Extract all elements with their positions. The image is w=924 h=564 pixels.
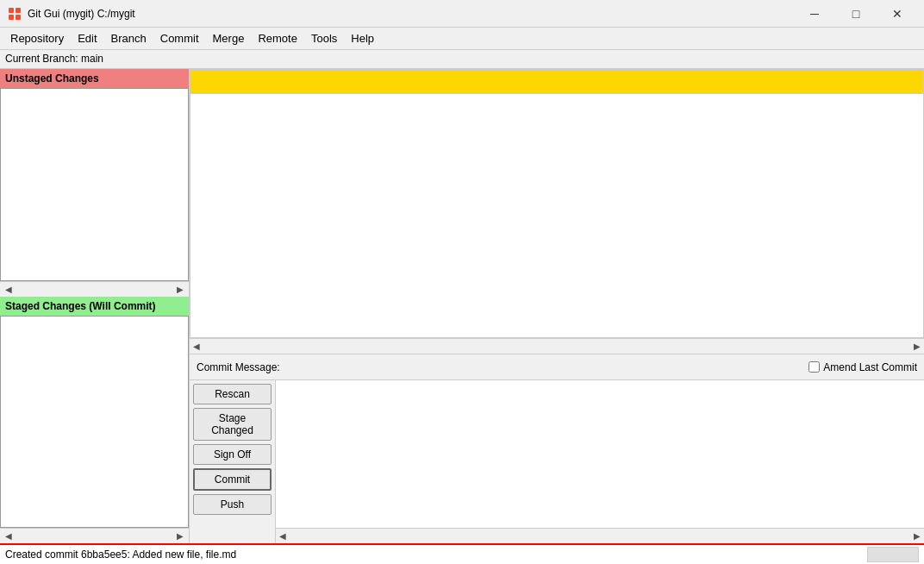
commit-message-bar: Commit Message: Amend Last Commit: [190, 354, 924, 380]
unstaged-scroll-right[interactable]: ▶: [173, 285, 187, 294]
left-panel: Unstaged Changes ◀ ▶ Staged Changes (Wil…: [0, 69, 190, 543]
svg-rect-0: [9, 8, 14, 13]
commit-message-label: Commit Message:: [197, 361, 280, 373]
diff-scroll-bar: ◀ ▶: [190, 338, 924, 354]
menu-tools[interactable]: Tools: [304, 30, 344, 47]
push-button[interactable]: Push: [193, 494, 272, 515]
menu-edit[interactable]: Edit: [71, 30, 103, 47]
diff-scroll-right[interactable]: ▶: [914, 342, 921, 351]
stage-changed-button[interactable]: Stage Changed: [193, 408, 272, 441]
menu-repository[interactable]: Repository: [3, 30, 71, 47]
main-content: Unstaged Changes ◀ ▶ Staged Changes (Wil…: [0, 69, 924, 543]
svg-rect-2: [9, 15, 14, 20]
menu-branch[interactable]: Branch: [104, 30, 153, 47]
commit-message-input[interactable]: [276, 380, 924, 528]
unstaged-file-list[interactable]: [0, 88, 189, 281]
svg-rect-3: [16, 15, 21, 20]
menu-help[interactable]: Help: [344, 30, 381, 47]
rescan-button[interactable]: Rescan: [193, 384, 272, 404]
diff-area: [190, 69, 924, 338]
current-branch-text: Current Branch: main: [5, 53, 103, 65]
staged-scroll-right[interactable]: ▶: [173, 531, 187, 541]
staged-scroll-arrows: ◀ ▶: [0, 528, 189, 543]
staged-header: Staged Changes (Will Commit): [0, 297, 189, 316]
diff-content[interactable]: [190, 94, 923, 337]
right-panel: ◀ ▶ Commit Message: Amend Last Commit Re…: [190, 69, 924, 543]
menu-bar: Repository Edit Branch Commit Merge Remo…: [0, 28, 924, 50]
title-text: Git Gui (mygit) C:/mygit: [28, 8, 795, 20]
action-buttons: Rescan Stage Changed Sign Off Commit Pus…: [190, 380, 276, 543]
title-bar: Git Gui (mygit) C:/mygit ─ □ ✕: [0, 0, 924, 28]
minimize-button[interactable]: ─: [795, 3, 834, 24]
unstaged-scroll-arrows: ◀ ▶: [0, 281, 189, 297]
menu-remote[interactable]: Remote: [251, 30, 304, 47]
sign-off-button[interactable]: Sign Off: [193, 444, 272, 465]
amend-checkbox[interactable]: [808, 361, 820, 373]
diff-scroll-left[interactable]: ◀: [193, 342, 200, 351]
staged-section: Staged Changes (Will Commit) ◀ ▶: [0, 297, 189, 543]
status-bar: Created commit 6bba5ee5: Added new file,…: [0, 543, 924, 564]
diff-header: [190, 70, 923, 94]
status-right-indicator: [867, 547, 919, 562]
maximize-button[interactable]: □: [836, 3, 876, 24]
amend-container: Amend Last Commit: [808, 361, 917, 373]
menu-commit[interactable]: Commit: [153, 30, 206, 47]
branch-bar: Current Branch: main: [0, 50, 924, 69]
staged-scroll-left[interactable]: ◀: [2, 531, 16, 541]
staged-scroll-area[interactable]: [1, 316, 188, 527]
unstaged-header: Unstaged Changes: [0, 69, 189, 88]
svg-rect-1: [16, 8, 21, 13]
staged-file-list[interactable]: [0, 316, 189, 528]
commit-scroll-bar: ◀ ▶: [276, 528, 924, 543]
commit-area: Commit Message: Amend Last Commit Rescan…: [190, 354, 924, 543]
unstaged-scroll-left[interactable]: ◀: [2, 285, 16, 294]
unstaged-scroll-area[interactable]: [1, 89, 188, 280]
amend-label[interactable]: Amend Last Commit: [823, 361, 917, 373]
commit-scroll-right[interactable]: ▶: [914, 531, 921, 541]
commit-message-area: ◀ ▶: [276, 380, 924, 543]
menu-merge[interactable]: Merge: [206, 30, 252, 47]
unstaged-section: Unstaged Changes ◀ ▶: [0, 69, 189, 297]
commit-scroll-left[interactable]: ◀: [279, 531, 286, 541]
commit-button[interactable]: Commit: [193, 468, 272, 491]
status-text: Created commit 6bba5ee5: Added new file,…: [5, 548, 867, 561]
window-controls: ─ □ ✕: [795, 3, 917, 24]
app-icon: [7, 6, 22, 22]
close-button[interactable]: ✕: [877, 3, 917, 24]
commit-bottom: Rescan Stage Changed Sign Off Commit Pus…: [190, 380, 924, 543]
